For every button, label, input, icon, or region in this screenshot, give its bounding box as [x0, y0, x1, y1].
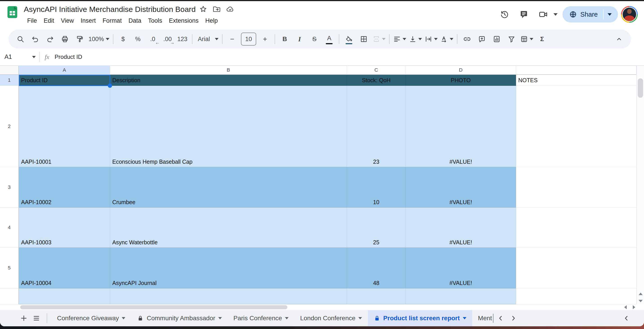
row-header-5[interactable]: 5 [0, 248, 19, 288]
share-dropdown-icon[interactable] [604, 13, 616, 16]
insert-comment-icon[interactable] [474, 32, 489, 46]
add-sheet-button[interactable] [18, 312, 30, 324]
document-title[interactable]: AsyncAPI Initiative Merchandise Distribu… [24, 5, 196, 14]
video-call-icon[interactable] [535, 6, 551, 22]
tabs-scroll-right-icon[interactable] [507, 312, 520, 324]
text-rotation-icon[interactable] [439, 32, 455, 46]
row-header-partial[interactable] [0, 288, 19, 304]
font-size-value[interactable]: 10 [241, 32, 256, 46]
print-icon[interactable] [58, 32, 72, 46]
row-header-4[interactable]: 4 [0, 208, 19, 248]
cell-B5[interactable]: AsyncAPI Journal [110, 248, 347, 288]
cell-E1[interactable]: NOTES [516, 75, 636, 86]
menu-help[interactable]: Help [202, 16, 221, 26]
cell-E4[interactable] [516, 208, 636, 248]
functions-button[interactable]: Σ [535, 32, 550, 46]
cell-E2[interactable] [516, 86, 636, 167]
row-header-1[interactable]: 1 [0, 75, 19, 86]
cell-E6[interactable] [516, 288, 636, 304]
cell-A1[interactable]: Product ID [19, 75, 110, 86]
dropdown-arrow-icon[interactable] [450, 38, 453, 40]
cell-B6[interactable] [110, 288, 347, 304]
undo-icon[interactable] [28, 32, 43, 46]
menu-extensions[interactable]: Extensions [166, 16, 202, 26]
name-box-dropdown-icon[interactable] [32, 56, 36, 58]
cell-B1[interactable]: Description [110, 75, 347, 86]
cell-A2[interactable]: AAPI-10001 [19, 86, 110, 167]
cell-D1[interactable]: PHOTO [406, 75, 516, 86]
cell-D5[interactable]: #VALUE! [406, 248, 516, 288]
video-call-dropdown-icon[interactable] [554, 13, 558, 16]
cell-B3[interactable]: Crumbee [110, 167, 347, 208]
cell-C1[interactable]: Stock: QoH [347, 75, 406, 86]
insert-link-icon[interactable] [460, 32, 474, 46]
sheet-tab-dropdown-icon[interactable] [358, 317, 362, 319]
cell-C3[interactable]: 10 [347, 167, 406, 208]
select-all-corner[interactable] [0, 66, 19, 75]
side-panel-toggle-icon[interactable] [620, 312, 633, 324]
strikethrough-button[interactable]: S [307, 32, 322, 46]
cell-A6[interactable] [19, 288, 110, 304]
scroll-down-icon[interactable] [637, 298, 644, 304]
scroll-left-icon[interactable] [622, 304, 629, 310]
menu-insert[interactable]: Insert [77, 16, 99, 26]
table-views-icon[interactable] [519, 32, 535, 46]
sheet-tab-product-list-screen-report[interactable]: Product list screen report [368, 310, 472, 326]
cell-C5[interactable]: 48 [347, 248, 406, 288]
cell-D2[interactable]: #VALUE! [406, 86, 516, 167]
sheet-tab-dropdown-icon[interactable] [463, 317, 466, 319]
cell-B2[interactable]: Econscious Hemp Baseball Cap [110, 86, 347, 167]
sheet-tab-dropdown-icon[interactable] [218, 317, 222, 319]
format-percent-button[interactable]: % [130, 32, 145, 46]
cell-D3[interactable]: #VALUE! [406, 167, 516, 208]
paint-format-icon[interactable] [72, 32, 87, 46]
scroll-up-icon[interactable] [637, 290, 644, 297]
cell-C2[interactable]: 23 [347, 86, 406, 167]
increase-font-size-button[interactable]: + [258, 32, 272, 46]
text-wrap-icon[interactable] [423, 32, 439, 46]
column-header-B[interactable]: B [110, 66, 347, 75]
cell-B4[interactable]: Async Waterbottle [110, 208, 347, 248]
cell-C4[interactable]: 25 [347, 208, 406, 248]
create-filter-icon[interactable] [504, 32, 519, 46]
cell-A3[interactable]: AAPI-10002 [19, 167, 110, 208]
scroll-right-icon[interactable] [630, 304, 638, 310]
vertical-scrollbar-thumb[interactable] [638, 78, 643, 98]
horizontal-scrollbar-thumb[interactable] [20, 305, 288, 309]
font-select[interactable]: Arial [195, 32, 220, 46]
menu-tools[interactable]: Tools [144, 16, 166, 26]
all-sheets-button[interactable] [30, 312, 43, 324]
horizontal-align-icon[interactable] [392, 32, 408, 46]
row-header-2[interactable]: 2 [0, 86, 19, 167]
name-box[interactable]: A1 [0, 54, 39, 60]
cell-C6[interactable] [347, 288, 406, 304]
menu-file[interactable]: File [24, 16, 40, 26]
row-header-3[interactable]: 3 [0, 167, 19, 208]
search-icon[interactable] [13, 32, 28, 46]
bold-button[interactable]: B [277, 32, 292, 46]
user-avatar[interactable] [621, 6, 638, 23]
dropdown-arrow-icon[interactable] [418, 38, 422, 40]
google-sheets-logo-icon[interactable] [6, 6, 19, 19]
zoom-select[interactable]: 100% [87, 32, 111, 46]
dropdown-arrow-icon[interactable] [402, 38, 406, 40]
insert-chart-icon[interactable] [489, 32, 504, 46]
comments-icon[interactable] [516, 6, 532, 22]
horizontal-scrollbar[interactable] [0, 304, 644, 310]
more-formats-button[interactable]: 123 [175, 32, 190, 46]
formula-bar-content[interactable]: Product ID [54, 54, 82, 60]
cell-A4[interactable]: AAPI-10003 [19, 208, 110, 248]
column-header-C[interactable]: C [347, 66, 406, 75]
italic-button[interactable]: I [292, 32, 307, 46]
dropdown-arrow-icon[interactable] [215, 38, 218, 40]
increase-decimal-button[interactable]: .00→ [160, 32, 175, 46]
column-header-E[interactable] [516, 66, 636, 75]
version-history-icon[interactable] [496, 6, 513, 22]
vertical-align-icon[interactable] [408, 32, 423, 46]
sheet-tab-paris-conference[interactable]: Paris Conference [228, 310, 294, 326]
sheet-tab-london-conference[interactable]: London Conference [294, 310, 368, 326]
column-header-A[interactable]: A [19, 66, 110, 75]
column-header-D[interactable]: D [406, 66, 516, 75]
sheet-tab-dropdown-icon[interactable] [122, 317, 125, 319]
sheet-tab-conference-giveaway[interactable]: Conference Giveaway [51, 310, 131, 326]
